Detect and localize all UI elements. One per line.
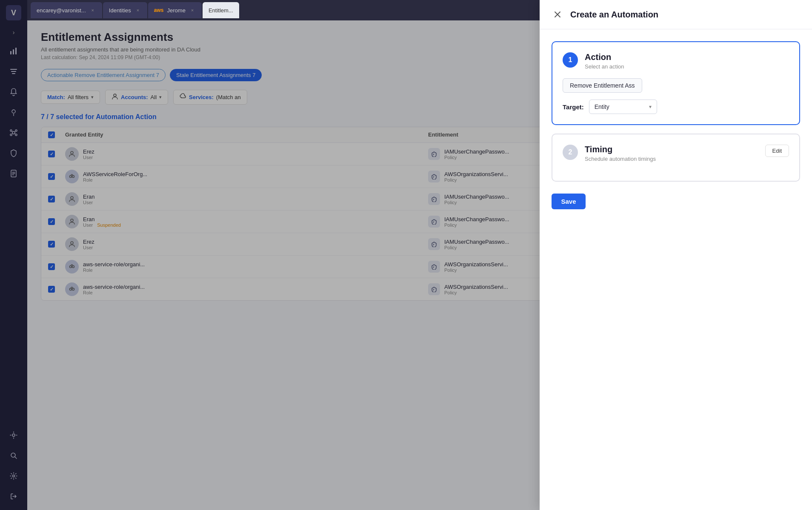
target-select[interactable]: Entity ▾ bbox=[589, 100, 657, 114]
tab-close-encarey[interactable]: × bbox=[89, 7, 96, 14]
step-header-action: 1 Action Select an action bbox=[563, 52, 789, 70]
action-chip: Remove Entitlement Ass bbox=[563, 78, 642, 93]
svg-point-10 bbox=[15, 130, 17, 131]
tab-entitlement[interactable]: Entitlem... bbox=[203, 2, 239, 18]
panel-title: Create an Automation bbox=[570, 10, 658, 20]
step-card-action: 1 Action Select an action Remove Entitle… bbox=[552, 41, 800, 125]
target-row: Target: Entity ▾ bbox=[563, 100, 789, 114]
svg-point-28 bbox=[13, 475, 15, 477]
panel-header: Create an Automation bbox=[540, 0, 812, 29]
sidebar-item-filters[interactable] bbox=[5, 63, 22, 80]
sidebar: V › bbox=[0, 0, 27, 510]
automation-panel: Create an Automation 1 Action Select an … bbox=[540, 0, 812, 510]
tab-label: Identities bbox=[109, 7, 131, 14]
chevron-down-icon: ▾ bbox=[649, 104, 652, 110]
step-number-1: 1 bbox=[563, 52, 578, 68]
svg-point-12 bbox=[15, 134, 17, 136]
step-subtitle-action: Select an action bbox=[585, 63, 624, 70]
sidebar-item-reports[interactable] bbox=[5, 165, 22, 182]
sidebar-item-search[interactable] bbox=[5, 447, 22, 464]
svg-point-11 bbox=[10, 134, 12, 136]
svg-point-8 bbox=[12, 131, 15, 134]
timing-edit-button[interactable]: Edit bbox=[765, 145, 789, 157]
step-header-timing: 2 Timing Schedule automation timings Edi… bbox=[563, 145, 789, 162]
svg-point-6 bbox=[12, 110, 15, 113]
tab-label: encarey@varonist... bbox=[37, 7, 86, 14]
aws-icon: aws bbox=[154, 7, 164, 13]
save-button-container: Save bbox=[552, 190, 800, 209]
target-label: Target: bbox=[563, 103, 584, 111]
sidebar-item-bell[interactable] bbox=[5, 83, 22, 100]
target-select-value: Entity bbox=[595, 103, 609, 110]
logo-text: V bbox=[11, 9, 16, 17]
svg-line-14 bbox=[15, 131, 15, 132]
tab-close-jerome[interactable]: × bbox=[189, 7, 196, 14]
sidebar-item-graph[interactable] bbox=[5, 124, 22, 141]
svg-line-13 bbox=[12, 131, 12, 132]
svg-point-9 bbox=[10, 130, 12, 131]
svg-rect-0 bbox=[10, 51, 11, 54]
sidebar-logo: V bbox=[6, 5, 21, 20]
sidebar-expand-button[interactable]: › bbox=[9, 27, 19, 37]
panel-body: 1 Action Select an action Remove Entitle… bbox=[540, 29, 812, 510]
tab-identities[interactable]: Identities × bbox=[103, 2, 147, 18]
tab-jerome[interactable]: aws Jerome × bbox=[148, 2, 202, 18]
svg-line-15 bbox=[12, 134, 12, 134]
panel-close-button[interactable] bbox=[552, 9, 563, 20]
tab-close-identities[interactable]: × bbox=[134, 7, 141, 14]
tab-encarey[interactable]: encarey@varonist... × bbox=[31, 2, 102, 18]
svg-line-27 bbox=[15, 457, 17, 459]
tab-label: Jerome bbox=[167, 7, 186, 14]
sidebar-item-insights[interactable] bbox=[5, 104, 22, 121]
sidebar-item-sun[interactable] bbox=[5, 427, 22, 444]
step-subtitle-timing: Schedule automation timings bbox=[585, 156, 656, 162]
step-title-timing: Timing bbox=[585, 145, 656, 154]
sidebar-item-analytics[interactable] bbox=[5, 43, 22, 60]
svg-rect-1 bbox=[13, 49, 14, 54]
step-title-action: Action bbox=[585, 52, 624, 62]
svg-rect-2 bbox=[15, 48, 17, 54]
tab-label: Entitlem... bbox=[209, 7, 233, 14]
sidebar-item-shield[interactable] bbox=[5, 145, 22, 162]
sidebar-item-logout[interactable] bbox=[5, 488, 22, 505]
svg-line-16 bbox=[15, 134, 15, 134]
step-card-timing: 2 Timing Schedule automation timings Edi… bbox=[552, 134, 800, 182]
save-button[interactable]: Save bbox=[552, 194, 586, 209]
sidebar-item-settings[interactable] bbox=[5, 467, 22, 484]
svg-point-21 bbox=[12, 434, 15, 436]
step-number-2: 2 bbox=[563, 145, 578, 160]
